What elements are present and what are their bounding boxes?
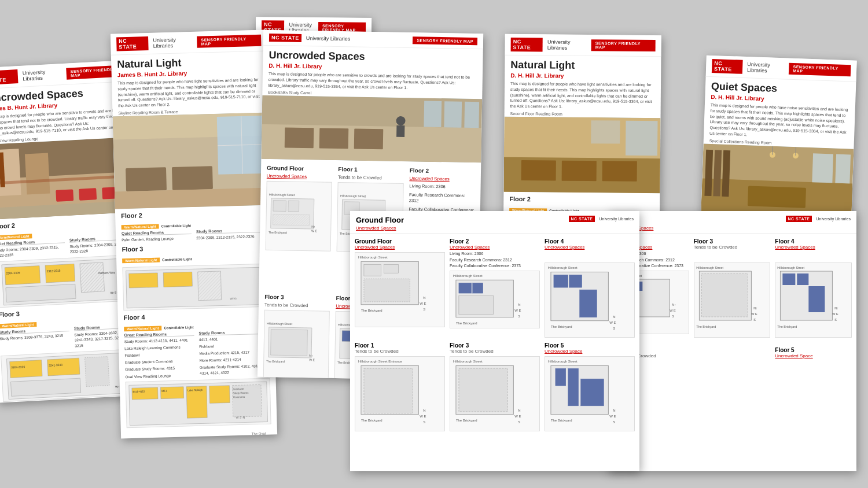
card5-header-left: Ground Floor Uncrowded Spaces (356, 216, 404, 231)
card2-f3-ctrl: Controllable Light (162, 257, 192, 261)
card6-image (503, 117, 660, 193)
svg-text:Hillsborough Street Entrance: Hillsborough Street Entrance (358, 360, 403, 363)
svg-rect-14 (5, 266, 40, 285)
floor-gf: Ground Floor Uncrowded Spaces Hillsborou… (264, 165, 332, 289)
svg-text:N↑: N↑ (672, 303, 676, 306)
svg-text:W E: W E (670, 309, 676, 312)
svg-rect-175 (602, 161, 637, 182)
sensory-btn2[interactable]: SENSORY FRIENDLY MAP (197, 35, 261, 48)
card2-f4-badge: Warm/Natural Light Controllable Light (124, 325, 194, 331)
svg-rect-156 (459, 368, 507, 412)
svg-rect-48 (209, 385, 230, 403)
card6-title: Natural Light (510, 59, 655, 72)
svg-rect-173 (521, 160, 556, 181)
svg-text:Hillsborough Street: Hillsborough Street (696, 266, 723, 269)
svg-text:4411-4115: 4411-4115 (133, 390, 145, 393)
svg-rect-174 (562, 161, 597, 182)
c7f4-map: Hillsborough Street The Brickyard N↑ W E… (775, 263, 852, 338)
card7-logo: NC STATE University Libraries (786, 216, 851, 222)
svg-text:4411: 4411 (161, 389, 168, 392)
ncstate-logo4: NC STATE University Libraries (269, 34, 350, 43)
svg-text:S: S (753, 318, 756, 321)
floor3-col1: Study Rooms Study Rooms: 3309-3376, 3243… (0, 327, 71, 352)
svg-text:N↑: N↑ (753, 306, 757, 310)
svg-rect-42 (198, 271, 222, 301)
f3-map: Hillsborough Street The Brickyard N W E … (450, 356, 540, 431)
svg-text:W N↑: W N↑ (230, 297, 237, 300)
svg-rect-132 (459, 295, 494, 315)
svg-rect-68 (396, 125, 404, 137)
sensory-btn8[interactable]: SENSORY FRIENDLY MAP (789, 63, 851, 77)
card5-f3: Floor 3 Tends to be Crowded Hillsborough… (450, 342, 540, 431)
svg-rect-139 (554, 275, 568, 287)
svg-text:S: S (672, 315, 674, 318)
svg-line-228 (773, 146, 773, 155)
svg-text:S: S (613, 327, 615, 330)
sensory-btn6[interactable]: SENSORY FRIENDLY MAP (591, 39, 656, 51)
svg-rect-176 (626, 121, 658, 156)
card2-f2-cols: Quiet Reading Rooms Palm Garden, Reading… (122, 228, 266, 243)
card2-f2-title: Floor 2 (121, 209, 266, 220)
ncstate-box8: NC STATE (712, 59, 743, 74)
svg-rect-36 (172, 166, 213, 190)
card7-grid: Floor 2 Uncrowded Spaces Living Room: 23… (608, 234, 856, 347)
svg-rect-41 (163, 272, 192, 287)
card-floors-hill-uncrowded: Ground Floor Uncrowded Spaces NC STATE U… (350, 211, 639, 471)
card2-f2-col1: Quiet Reading Rooms Palm Garden, Reading… (122, 230, 192, 242)
svg-text:W E: W E (751, 312, 757, 316)
card6-caption: Second Floor Reading Room (510, 112, 655, 117)
sensory-btn4[interactable]: SENSORY FRIENDLY MAP (413, 36, 477, 45)
svg-rect-141 (580, 290, 597, 317)
svg-text:N↑: N↑ (309, 354, 312, 357)
svg-rect-225 (835, 154, 851, 183)
svg-text:Commons: Commons (233, 395, 245, 398)
card-natural-hunt: NC STATE University Libraries SENSORY FR… (111, 30, 277, 439)
card5-f2: Floor 2 Uncrowded Spaces Living Room: 23… (450, 238, 540, 338)
svg-line-229 (796, 147, 796, 156)
svg-text:The Brickyard: The Brickyard (456, 419, 477, 422)
card7-header: Floor 2 Uncrowded Spaces NC STATE Univer… (608, 211, 856, 234)
svg-text:Hillsborough Street: Hillsborough Street (269, 193, 295, 197)
map-f3: Hillsborough Street The Brickyard N↑ W E (263, 310, 330, 380)
svg-rect-165 (581, 379, 604, 406)
svg-rect-211 (783, 273, 796, 285)
svg-text:W  E: W E (420, 302, 426, 305)
svg-rect-3 (25, 153, 50, 195)
svg-text:The Brickyard: The Brickyard (696, 325, 716, 328)
svg-text:W E: W E (833, 312, 839, 316)
card7-f3: Floor 3 Tends to be Crowded Hillsborough… (694, 238, 771, 338)
svg-text:S: S (835, 318, 837, 321)
svg-rect-15 (45, 264, 75, 283)
svg-text:N: N (518, 302, 520, 306)
univ-lib5: University Libraries (599, 217, 634, 221)
card2-floor4-map: 4411-4115 4411 Lake Raleigh Graduate Stu… (126, 378, 271, 428)
ncstate-logo2: NC STATE University Libraries (116, 35, 197, 51)
svg-rect-46 (160, 386, 183, 398)
card5-gf: Ground Floor Uncrowded Spaces Hillsborou… (355, 238, 445, 338)
card7-empty (694, 347, 771, 358)
svg-rect-204 (701, 273, 748, 317)
svg-rect-131 (473, 283, 483, 293)
floor3-badge: Warm/Natural Light (0, 322, 37, 328)
svg-text:N: N (423, 409, 425, 412)
svg-text:S: S (613, 420, 615, 424)
svg-text:The Brickyard: The Brickyard (456, 321, 477, 324)
svg-rect-164 (568, 368, 579, 406)
card2-owl-label: The Oval (133, 427, 266, 439)
svg-text:Graduate: Graduate (233, 387, 244, 390)
card6-subtitle: D. H. Hill Jr. Library (510, 72, 655, 80)
card2-floor3: Floor 3 Warm/Natural Light Controllable … (122, 242, 268, 311)
svg-rect-123 (364, 279, 410, 302)
svg-text:3304-3316: 3304-3316 (11, 365, 25, 369)
card5-title: Ground Floor (356, 216, 404, 224)
svg-rect-71 (464, 102, 479, 128)
svg-rect-25 (84, 356, 109, 386)
svg-text:Lake Raleigh: Lake Raleigh (187, 388, 203, 391)
card2-floor4: Floor 4 Warm/Natural Light Controllable … (124, 310, 272, 439)
univ-lib8: University Libraries (747, 61, 789, 75)
svg-text:Study Rooms: Study Rooms (233, 391, 249, 394)
univ-lib2: University Libraries (153, 36, 197, 49)
ncstate-box5: NC STATE (569, 216, 595, 222)
ncstate-logo: NC STATE University Libraries (0, 67, 67, 85)
floor-3: Floor 3 Tends to be Crowded Hillsborough… (263, 294, 330, 380)
